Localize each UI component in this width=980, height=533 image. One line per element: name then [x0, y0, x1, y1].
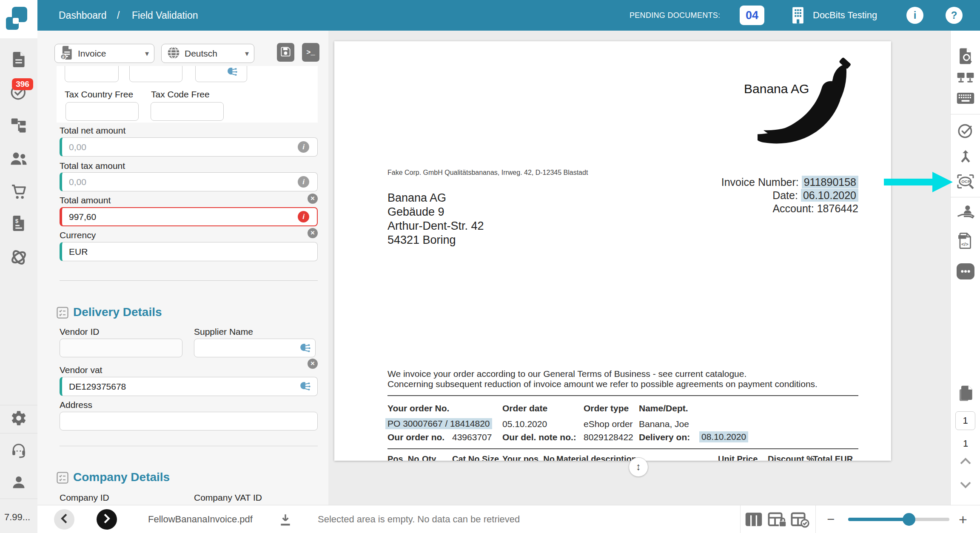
- order-header: Order date: [502, 403, 547, 413]
- validate-button[interactable]: [951, 122, 980, 141]
- del-note-label: Our del. note no.:: [502, 432, 576, 442]
- terminal-icon: >_: [306, 48, 315, 57]
- sidebar-item-invoices[interactable]: $: [0, 215, 37, 234]
- app-logo[interactable]: [0, 0, 37, 38]
- account-value[interactable]: 1876442: [817, 202, 858, 214]
- doc-preview-button[interactable]: [951, 48, 980, 66]
- invoice-number-value[interactable]: 911890158: [802, 176, 858, 188]
- toolbar-separator: [815, 505, 816, 533]
- items-header: Material description: [556, 454, 637, 461]
- resize-handle[interactable]: ↕: [629, 457, 648, 477]
- pending-documents-label: PENDING DOCUMENTS:: [630, 0, 720, 31]
- sidebar-item-support[interactable]: [0, 442, 37, 460]
- ai-suggest-icon[interactable]: [226, 66, 238, 80]
- check-circle-icon: [957, 133, 974, 140]
- left-sidebar: 396 $ 7.99...: [0, 0, 38, 533]
- split-screens-icon: [957, 80, 974, 87]
- svg-text:#: #: [62, 54, 65, 59]
- organization-name[interactable]: DocBits Testing: [813, 0, 877, 31]
- building-icon[interactable]: [792, 6, 804, 26]
- document-filename: FellowBananaInvoice.pdf: [148, 505, 253, 533]
- table-check-button[interactable]: [791, 512, 809, 530]
- language-value: Deutsch: [185, 48, 241, 59]
- recipient-line: Arthur-Dent-Str. 42: [387, 219, 484, 233]
- zoom-out-button[interactable]: −: [827, 505, 835, 533]
- total-tax-input[interactable]: [60, 172, 318, 191]
- split-view-button[interactable]: [951, 71, 980, 88]
- merge-button[interactable]: [951, 148, 980, 166]
- ocr-button[interactable]: OCR: [951, 174, 980, 192]
- table-lock-button[interactable]: [768, 512, 786, 530]
- sidebar-item-documents[interactable]: [0, 51, 37, 70]
- page-number-input[interactable]: [955, 411, 975, 430]
- rail-divider: [951, 197, 980, 197]
- vendor-id-input[interactable]: [60, 339, 182, 357]
- download-icon[interactable]: [278, 513, 293, 529]
- error-info-icon[interactable]: i: [298, 211, 309, 222]
- ai-suggest-icon[interactable]: [299, 342, 311, 356]
- next-document-button[interactable]: [97, 509, 117, 530]
- currency-input[interactable]: [60, 242, 318, 261]
- supplier-name-input[interactable]: [194, 339, 316, 357]
- sidebar-item-settings[interactable]: [0, 410, 37, 428]
- vendor-vat-input[interactable]: [60, 377, 318, 396]
- account-label: Account:: [772, 202, 814, 214]
- sidebar-item-orders[interactable]: [0, 183, 37, 202]
- sidebar-item-workflow[interactable]: [0, 118, 37, 135]
- doc-type-select[interactable]: # Invoice ▾: [54, 44, 154, 63]
- keyboard-button[interactable]: [951, 92, 980, 106]
- scrolled-field-1[interactable]: [65, 66, 119, 82]
- sidebar-item-integrations[interactable]: [0, 248, 37, 268]
- table-columns-button[interactable]: [745, 512, 763, 529]
- assign-button[interactable]: [951, 204, 980, 222]
- delivery-on-value[interactable]: 08.10.2020: [699, 431, 748, 442]
- del-note-value: 8029128422: [584, 432, 633, 442]
- info-icon[interactable]: i: [298, 176, 309, 188]
- order-po-value[interactable]: PO 30007667 / 18414820: [385, 418, 492, 429]
- address-input[interactable]: [60, 412, 318, 430]
- tax-country-free-input[interactable]: [66, 102, 139, 121]
- breadcrumb-dashboard[interactable]: Dashboard: [59, 0, 107, 31]
- total-amount-input[interactable]: [60, 207, 318, 226]
- clear-field-icon[interactable]: ✕: [308, 228, 318, 238]
- document-search-icon: [957, 59, 974, 66]
- order-header: Name/Dept.: [639, 403, 688, 413]
- order-type-value: eShop order: [584, 419, 633, 429]
- doc-recipient-block[interactable]: Banana AG Gebäude 9 Arthur-Dent-Str. 42 …: [387, 191, 484, 247]
- zoom-slider-thumb[interactable]: [903, 513, 915, 526]
- doc-sender-line[interactable]: Fake Corp. GmbH Qualitätsbananas, Irrweg…: [387, 169, 588, 177]
- ai-suggest-icon[interactable]: [299, 380, 311, 394]
- scrolled-field-3[interactable]: [195, 66, 247, 82]
- more-options-button[interactable]: [951, 262, 980, 282]
- save-button[interactable]: [277, 43, 294, 62]
- company-details-heading: Company Details: [73, 470, 170, 484]
- sidebar-divider: [0, 405, 37, 405]
- invoice-page[interactable]: Banana AG Fake Corp. GmbH Qualitätsbanan…: [334, 41, 891, 461]
- zoom-slider-track[interactable]: [848, 518, 949, 521]
- help-icon[interactable]: ?: [946, 7, 963, 24]
- clear-field-icon[interactable]: ✕: [308, 194, 318, 204]
- clear-field-icon[interactable]: ✕: [308, 359, 318, 369]
- export-code-button[interactable]: </>: [951, 232, 980, 251]
- total-net-input[interactable]: [60, 137, 318, 157]
- globe-icon: [167, 46, 180, 61]
- language-select[interactable]: Deutsch ▾: [161, 44, 254, 63]
- zoom-in-button[interactable]: +: [959, 505, 967, 533]
- sidebar-item-users[interactable]: [0, 151, 37, 167]
- items-header: Pos. No.: [387, 454, 422, 461]
- prev-document-button[interactable]: [54, 509, 74, 530]
- page-up-button[interactable]: [951, 456, 980, 467]
- copy-pages-button[interactable]: [951, 385, 980, 404]
- date-value[interactable]: 06.10.2020: [801, 189, 858, 202]
- order-header: Your order No.: [387, 403, 449, 413]
- info-icon[interactable]: i: [906, 7, 923, 24]
- tax-fields-card: Tax Country Free Tax Code Free: [57, 66, 318, 123]
- atom-icon: [9, 261, 28, 268]
- sidebar-item-profile[interactable]: [0, 474, 37, 492]
- tax-code-free-input[interactable]: [151, 102, 224, 121]
- terminal-button[interactable]: >_: [302, 43, 319, 62]
- page-down-button[interactable]: [951, 481, 980, 492]
- scrolled-field-2[interactable]: [129, 66, 182, 82]
- info-icon[interactable]: i: [298, 141, 309, 153]
- delivery-details-heading: Delivery Details: [73, 305, 162, 319]
